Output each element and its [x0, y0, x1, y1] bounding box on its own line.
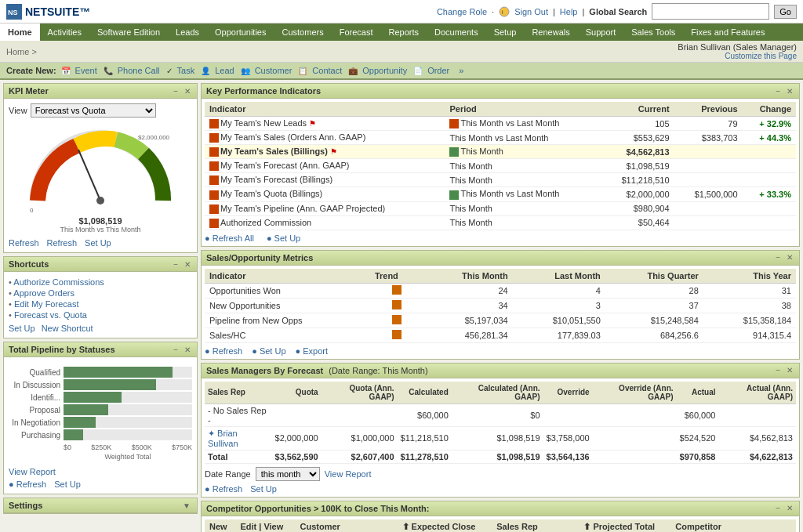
- user-icon: i: [499, 6, 510, 17]
- metrics-col-indicator: Indicator: [205, 269, 370, 284]
- nav-customers[interactable]: Customers: [274, 24, 332, 41]
- shortcuts-setup-link[interactable]: Set Up: [9, 324, 35, 333]
- settings-panel: Settings ▼: [3, 498, 198, 514]
- kpi-refresh-label[interactable]: Refresh: [47, 238, 78, 248]
- sort-icon2: ⬆: [583, 522, 590, 531]
- kpi-table-minus-icon[interactable]: −: [774, 87, 782, 96]
- forecast-minus-icon[interactable]: −: [774, 366, 782, 375]
- nav-leads[interactable]: Leads: [168, 24, 207, 41]
- customize-link[interactable]: Customize this Page: [678, 52, 797, 60]
- kpi-minus-icon[interactable]: −: [172, 87, 180, 96]
- kpi-table-setup-link[interactable]: ● Set Up: [267, 233, 300, 243]
- metrics-col-last-month: Last Month: [513, 269, 605, 284]
- shortcut-edit-forecast[interactable]: Edit My Forecast: [9, 299, 192, 309]
- fc-calculated: $11,218,510: [398, 426, 452, 450]
- shortcut-approve-orders[interactable]: Approve Orders: [9, 288, 192, 299]
- create-order[interactable]: Order: [424, 65, 452, 76]
- nav-setup[interactable]: Setup: [486, 24, 525, 41]
- nav-activities[interactable]: Activities: [40, 24, 89, 41]
- fc-quota: [272, 404, 322, 426]
- nav-reports[interactable]: Reports: [380, 24, 427, 41]
- settings-title: Settings: [9, 501, 42, 510]
- nav-documents[interactable]: Documents: [427, 24, 486, 41]
- create-lead[interactable]: Lead: [212, 65, 237, 76]
- global-search-input[interactable]: [652, 3, 769, 20]
- pipeline-setup-link[interactable]: Set Up: [54, 480, 81, 489]
- go-button[interactable]: Go: [774, 5, 797, 19]
- forecast-refresh-link[interactable]: ● Refresh: [205, 484, 242, 494]
- shortcuts-new-link[interactable]: New Shortcut: [42, 324, 93, 333]
- metrics-setup-link[interactable]: ● Set Up: [252, 346, 285, 356]
- shortcuts-footer: Set Up New Shortcut: [9, 324, 192, 333]
- fc-total-override-ann: [593, 450, 677, 463]
- sales-metrics-minus-icon[interactable]: −: [774, 253, 782, 262]
- competitor-opps-close-icon[interactable]: ✕: [785, 504, 794, 512]
- kpi-refresh-all-link[interactable]: ● Refresh All: [205, 233, 254, 243]
- bar-bg-qualified: [64, 367, 192, 378]
- forecast-view-report-link[interactable]: View Report: [325, 469, 372, 479]
- shortcut-forecast-quota[interactable]: Forecast vs. Quota: [9, 309, 192, 320]
- metrics-refresh-link[interactable]: ● Refresh: [205, 346, 242, 356]
- nav-opportunities[interactable]: Opportunities: [207, 24, 274, 41]
- nav-home[interactable]: Home: [0, 24, 40, 41]
- pipeline-close-icon[interactable]: ✕: [183, 346, 192, 354]
- shortcuts-close-icon[interactable]: ✕: [183, 260, 192, 269]
- create-contact[interactable]: Contact: [309, 65, 345, 76]
- kpi-indicator: My Team's New Leads ⚑: [205, 117, 445, 131]
- shortcut-authorize-commissions[interactable]: Authorize Commissions: [9, 277, 192, 288]
- create-opportunity[interactable]: Opportunity: [359, 65, 410, 76]
- kpi-table-footer: ● Refresh All ● Set Up: [205, 233, 796, 243]
- metric-this-quarter: 28: [605, 283, 703, 298]
- create-event[interactable]: Event: [72, 65, 100, 76]
- metrics-col-trend: Trend: [370, 269, 423, 284]
- create-more[interactable]: »: [456, 65, 467, 76]
- kpi-meter-panel: KPI Meter − ✕ View Forecast vs Quota Sal…: [3, 83, 198, 253]
- svg-text:$2,000,000: $2,000,000: [138, 134, 170, 141]
- create-phone-call[interactable]: Phone Call: [114, 65, 163, 76]
- pipeline-refresh-link[interactable]: ● Refresh: [9, 480, 46, 489]
- fc-rep: ✦ Brian Sullivan: [205, 426, 272, 450]
- pipeline-view-report-link[interactable]: View Report: [9, 467, 192, 476]
- kpi-change: [743, 215, 796, 230]
- kpi-refresh-link[interactable]: Refresh: [9, 238, 39, 248]
- nav-renewals[interactable]: Renewals: [524, 24, 577, 41]
- help-link[interactable]: Help: [560, 7, 578, 16]
- change-role-link[interactable]: Change Role: [437, 7, 487, 16]
- create-task[interactable]: Task: [174, 65, 198, 76]
- nav-forecast[interactable]: Forecast: [332, 24, 381, 41]
- comp-col-new: New: [205, 519, 235, 532]
- kpi-current: $553,629: [600, 131, 674, 145]
- nav-sales-tools[interactable]: Sales Tools: [623, 24, 683, 41]
- nav-support[interactable]: Support: [578, 24, 624, 41]
- user-area: Brian Sullivan (Sales Manager) Customize…: [678, 42, 797, 60]
- bar-identifi: Identifi...: [9, 392, 192, 403]
- kpi-select[interactable]: Forecast vs Quota Sales vs Quota Pipelin…: [31, 103, 156, 118]
- period-icon: [449, 190, 459, 200]
- gauge-svg: 0 $2,000,000: [22, 122, 179, 216]
- shortcuts-minus-icon[interactable]: −: [172, 260, 180, 269]
- kpi-close-icon[interactable]: ✕: [183, 87, 192, 96]
- forecast-setup-link[interactable]: Set Up: [250, 484, 277, 494]
- sign-out-link[interactable]: Sign Out: [514, 7, 548, 16]
- create-customer[interactable]: Customer: [252, 65, 296, 76]
- nav-fixes-features[interactable]: Fixes and Features: [683, 24, 772, 41]
- nav-software-edition[interactable]: Software Edition: [89, 24, 168, 41]
- sales-metrics-close-icon[interactable]: ✕: [785, 253, 794, 262]
- table-row: Authorized Commission This Month $50,464: [205, 215, 796, 230]
- competitor-opps-minus-icon[interactable]: −: [774, 504, 782, 512]
- kpi-current: $4,562,813: [600, 145, 674, 159]
- kpi-setup-link[interactable]: Set Up: [85, 238, 111, 248]
- pipeline-minus-icon[interactable]: −: [172, 346, 180, 354]
- competitor-opps-body: New Edit | View Customer ⬆ Expected Clos…: [202, 516, 799, 532]
- settings-expand-icon[interactable]: ▼: [181, 501, 192, 510]
- lead-icon: 👤: [201, 67, 210, 75]
- kpi-table-close-icon[interactable]: ✕: [785, 87, 794, 96]
- date-range-select[interactable]: this month last month this quarter: [256, 467, 320, 481]
- metrics-export-link[interactable]: ● Export: [296, 346, 329, 356]
- forecast-close-icon[interactable]: ✕: [785, 366, 794, 375]
- kpi-indicator-text: My Team's New Leads: [220, 118, 307, 128]
- kpi-meter-title: KPI Meter: [9, 86, 49, 96]
- gauge-amount: $1,098,519: [9, 216, 192, 226]
- comp-col-total: ⬆ Projected Total: [579, 519, 670, 532]
- kpi-period: This Month: [445, 173, 599, 187]
